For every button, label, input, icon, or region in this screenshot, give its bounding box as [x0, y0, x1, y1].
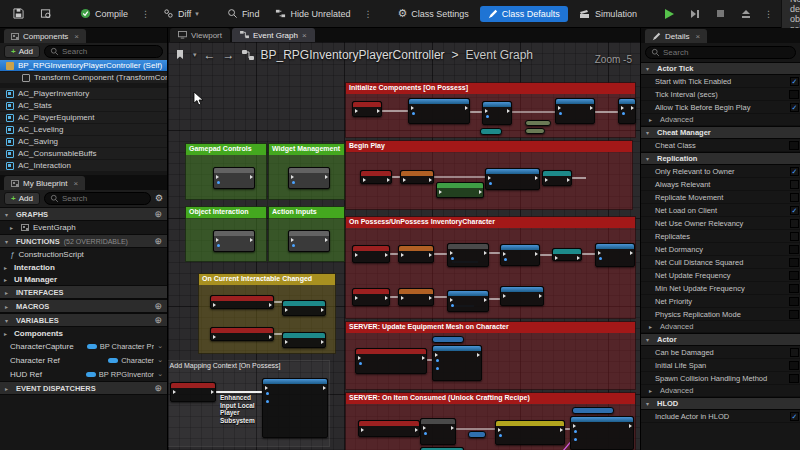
tab-details[interactable]: Details×: [645, 29, 707, 43]
graph-node[interactable]: [618, 98, 636, 124]
forward-button[interactable]: →: [223, 48, 235, 62]
property-checkbox[interactable]: [790, 180, 799, 189]
graph-node[interactable]: [358, 420, 420, 437]
property-field[interactable]: [789, 374, 799, 383]
component-item[interactable]: AC_Saving: [0, 136, 167, 148]
graph-node[interactable]: [210, 295, 274, 309]
chevron-down-icon[interactable]: ▾: [193, 51, 197, 59]
component-item[interactable]: AC_Stats: [0, 100, 167, 112]
component-item[interactable]: Transform Component (TransformComponen: [0, 72, 167, 84]
graph-node[interactable]: [420, 418, 456, 445]
section-header[interactable]: ▸INTERFACES: [0, 285, 167, 299]
graph-node[interactable]: [542, 170, 572, 186]
component-item[interactable]: AC_PlayerInventory: [0, 88, 167, 100]
component-item[interactable]: AC_PlayerEquipment: [0, 112, 167, 124]
graph-node[interactable]: [432, 345, 482, 381]
category-row[interactable]: ▸UI Manager: [0, 273, 167, 285]
tab-event-graph[interactable]: Event Graph×: [232, 28, 315, 42]
details-search[interactable]: [645, 46, 796, 59]
settings-gear-icon[interactable]: ⚙: [155, 194, 163, 203]
variable-row[interactable]: Character RefCharacter⌄: [0, 353, 167, 367]
diff-button[interactable]: Diff▾: [158, 5, 204, 22]
close-icon[interactable]: ×: [73, 179, 78, 188]
variable-row[interactable]: CharacterCaptureBP Character Pr⌄: [0, 339, 167, 353]
my-blueprint-search[interactable]: [44, 192, 151, 205]
graph-node[interactable]: [213, 167, 255, 189]
property-checkbox[interactable]: [790, 193, 799, 202]
graph-node[interactable]: [552, 248, 582, 261]
advanced-expander[interactable]: ▸Advanced: [641, 321, 800, 333]
breadcrumb-leaf[interactable]: Event Graph: [466, 48, 533, 62]
add-item-icon[interactable]: ⊕: [154, 236, 162, 246]
property-checkbox[interactable]: [790, 232, 799, 241]
property-checkbox[interactable]: [790, 219, 799, 228]
bookmark-icon[interactable]: [176, 50, 186, 61]
add-item-icon[interactable]: ⊕: [154, 383, 162, 393]
graph-node[interactable]: [436, 182, 484, 198]
graph-node[interactable]: [595, 243, 635, 267]
property-checkbox[interactable]: ✓: [790, 206, 799, 215]
advanced-expander[interactable]: ▸Advanced: [641, 114, 800, 126]
property-field[interactable]: [789, 284, 799, 293]
property-field[interactable]: [789, 297, 799, 306]
hide-unrelated-button[interactable]: Hide Unrelated: [270, 5, 355, 22]
graph-node[interactable]: [570, 416, 634, 450]
section-header[interactable]: ▾VARIABLES⊕: [0, 313, 167, 327]
graph-node[interactable]: [485, 168, 540, 190]
advanced-expander[interactable]: ▸Advanced: [641, 385, 800, 397]
property-checkbox[interactable]: ✓: [790, 77, 799, 86]
class-defaults-button[interactable]: Class Defaults: [480, 6, 568, 22]
close-icon[interactable]: ×: [695, 32, 700, 41]
component-item[interactable]: BP_RPGInventoryPlayerController (Self): [0, 60, 167, 72]
property-field[interactable]: [789, 310, 799, 319]
property-field[interactable]: [789, 361, 799, 370]
property-section-header[interactable]: ▾Actor Tick: [641, 62, 800, 75]
blueprint-canvas[interactable]: ▾ ← → BP_RPGInventoryPlayerController > …: [168, 42, 640, 450]
stop-button[interactable]: [711, 6, 730, 21]
property-field[interactable]: [789, 258, 799, 267]
component-item[interactable]: AC_Interaction: [0, 160, 167, 172]
frame-skip-button[interactable]: [685, 6, 705, 22]
graph-node[interactable]: [400, 170, 434, 184]
graph-node[interactable]: [482, 101, 512, 125]
graph-node[interactable]: [352, 245, 390, 263]
hide-unrelated-options-button[interactable]: ⋮: [361, 9, 374, 19]
visibility-icon[interactable]: ⌄: [157, 370, 163, 378]
find-button[interactable]: Find: [222, 5, 265, 22]
property-field[interactable]: [789, 271, 799, 280]
add-blueprint-item-button[interactable]: +Add: [4, 192, 40, 205]
property-section-header[interactable]: ▾Cheat Manager: [641, 126, 800, 139]
close-icon[interactable]: ×: [302, 31, 307, 40]
compile-options-button[interactable]: ⋮: [139, 9, 152, 19]
my-blueprint-search-input[interactable]: [62, 194, 145, 203]
graph-node[interactable]: [500, 286, 544, 306]
graph-node[interactable]: [352, 288, 390, 306]
property-checkbox[interactable]: ✓: [790, 167, 799, 176]
property-checkbox[interactable]: ✓: [790, 412, 799, 421]
property-checkbox[interactable]: ✓: [790, 103, 799, 112]
class-settings-button[interactable]: ⚙ Class Settings: [392, 5, 473, 22]
play-button[interactable]: [660, 6, 679, 22]
save-button[interactable]: [8, 5, 29, 22]
graph-node[interactable]: [447, 290, 489, 312]
section-header[interactable]: ▾GRAPHS⊕: [0, 207, 167, 221]
graph-node[interactable]: [288, 167, 330, 189]
graph-node[interactable]: [210, 327, 274, 341]
category-row[interactable]: ▸Components: [0, 327, 167, 339]
tab-viewport[interactable]: Viewport: [170, 28, 230, 42]
graph-node[interactable]: [213, 230, 255, 252]
graph-node[interactable]: [352, 101, 382, 117]
visibility-icon[interactable]: ⌄: [157, 356, 163, 364]
tab-components[interactable]: Components×: [4, 29, 86, 43]
add-component-button[interactable]: +Add: [4, 45, 40, 58]
tab-my-blueprint[interactable]: My Blueprint×: [4, 176, 85, 190]
variable-pill[interactable]: [468, 431, 486, 438]
graph-node[interactable]: [500, 244, 540, 266]
section-header[interactable]: ▾FUNCTIONS(52 OVERRIDABLE)⊕: [0, 234, 167, 248]
graph-node[interactable]: [555, 98, 595, 124]
compile-button[interactable]: Compile: [75, 5, 133, 22]
blueprint-item[interactable]: ƒConstructionScript: [0, 248, 167, 261]
property-section-header[interactable]: ▾HLOD: [641, 397, 800, 410]
variable-pill[interactable]: [432, 336, 464, 343]
graph-node[interactable]: [355, 348, 427, 374]
